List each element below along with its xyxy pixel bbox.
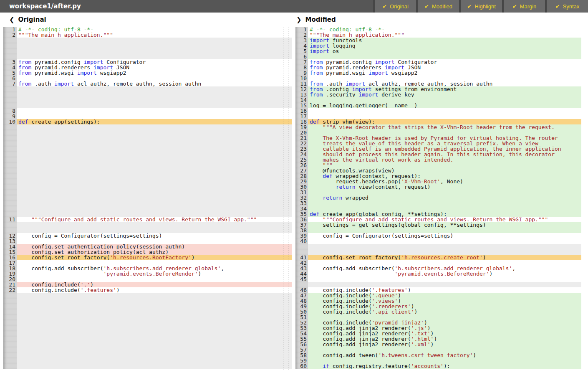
code-line: def wrapped(context, request): [308,173,581,179]
code-line: def create_app(global_config, **settings… [308,211,581,217]
line-number: 2 [3,32,17,38]
line-number [3,200,17,206]
filler-block [17,146,292,152]
row-left-pad [0,260,3,266]
code-line [17,76,292,81]
filler-row [0,152,292,157]
string-token: should not process this header again. In… [310,152,555,157]
plain-token [18,217,31,222]
line-number [3,342,17,347]
chevron-right-icon[interactable]: ❯ [296,16,302,23]
keyword-token: import [310,48,329,54]
plain-token: config = Configurator(settings=settings) [310,233,453,238]
row-left-pad [0,76,3,81]
chevron-left-icon[interactable]: ❮ [9,16,15,23]
code-line: # -*- coding: utf-8 -*- [308,27,581,32]
filler-row [0,347,292,352]
code-row: 10 [292,76,588,81]
row-left-pad [292,27,295,32]
code-line: from .auth import acl_authz, remote_auth… [17,81,292,86]
code-line: config.include('pyramid_jinja2') [308,320,581,325]
row-left-pad [0,114,3,119]
string-token: callable itself is an embedded Pyramid a… [310,146,561,152]
row-left-pad [292,314,295,320]
row-left-pad [292,282,295,287]
plain-token [310,173,323,179]
plain-token: pyramid.config [31,59,83,65]
row-left-pad [292,114,295,119]
row-left-pad [292,352,295,358]
string-token: '.txt' [411,331,431,336]
code-row: 51 [292,314,588,320]
string-token: '.features' [372,287,408,293]
toggle-highlight-button[interactable]: ✔ Highlight [461,0,502,13]
filler-row [0,97,292,103]
row-left-pad [292,54,295,59]
string-token: 'h.resources.create_root' [401,255,483,260]
row-left-pad [292,249,295,255]
toggle-modified-button[interactable]: ✔ Modified [418,0,459,13]
code-row: 11 """Configure and add static routes an… [0,217,292,222]
code-row: 19 'pyramid.events.BeforeRender') [0,271,292,276]
filler-block [17,298,292,304]
plain-token: create_app(global_config, **settings): [319,211,447,217]
toggle-original-label: Original [390,3,409,10]
row-left-pad [292,266,295,271]
line-number [3,206,17,211]
line-number [3,298,17,304]
row-left-pad [0,304,3,309]
code-row: 10def create_app(settings): [0,119,292,124]
plain-token: wrapped(context, request): [333,173,421,179]
keyword-token: from [18,59,31,65]
filler-row [292,249,588,255]
toggle-syntax-button[interactable]: ✔ Syntax [547,0,588,13]
code-row: 49 config.include('.renderers') [292,304,588,309]
row-left-pad [292,65,295,70]
row-left-pad [0,314,3,320]
keyword-token: from [310,65,323,70]
code-line: The X-Vhm-Root header is used by Pyramid… [308,135,581,141]
string-token: '.renderers' [372,304,411,309]
row-left-pad [0,103,3,108]
row-left-pad [292,32,295,38]
keyword-token: def [18,119,28,124]
code-line: from pyramid.renderers import JSON [308,65,581,70]
line-number [3,358,17,363]
filler-block [17,173,292,179]
row-left-pad [0,86,3,92]
line-number [3,162,17,168]
string-token: """The main h application.""" [310,32,404,38]
line-number [3,320,17,325]
code-line: config.add_subscriber('h.subscribers.add… [17,266,292,271]
row-left-pad [292,184,295,190]
filler-row [0,54,292,59]
code-row: 20 [292,130,588,135]
row-left-pad [0,342,3,347]
row-left-pad [292,206,295,211]
row-left-pad [292,135,295,141]
filler-block [17,222,292,228]
string-token: '.' [81,282,90,287]
filler-block [17,162,292,168]
original-code-pane[interactable]: 1# -*- coding: utf-8 -*-2"""The main h a… [0,27,292,370]
code-line: config.include('.queue') [308,293,581,298]
code-row: 14 [292,97,588,103]
keyword-token: def [310,211,319,217]
toggle-margin-button[interactable]: ✔ Margin [504,0,545,13]
toggle-modified-label: Modified [432,3,452,10]
toggle-original-button[interactable]: ✔ Original [375,0,416,13]
comment-token: # -*- coding: utf-8 -*- [310,27,385,32]
code-row: 3import functools [292,38,588,43]
row-left-pad [0,320,3,325]
code-row: 1# -*- coding: utf-8 -*- [0,27,292,32]
row-left-pad [292,260,295,266]
code-row: 39 config = Configurator(settings=settin… [292,233,588,238]
code-line: """The main h application.""" [308,32,581,38]
row-left-pad [292,81,295,86]
plain-token: wrapped [342,195,368,200]
row-left-pad [292,38,295,43]
code-row: 16 config.set_root_factory('h.resources.… [0,255,292,260]
modified-code-pane[interactable]: 1# -*- coding: utf-8 -*-2"""The main h a… [292,27,588,370]
code-line: 'pyramid.events.BeforeRender') [17,271,292,276]
plain-token: ) [411,304,414,309]
